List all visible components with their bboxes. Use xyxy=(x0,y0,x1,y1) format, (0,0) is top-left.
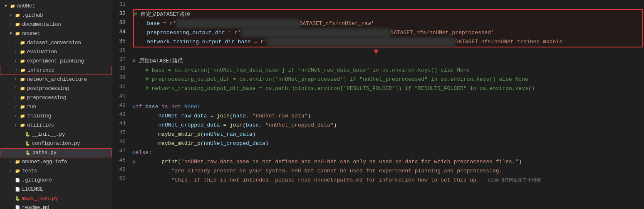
line-number: 33 xyxy=(112,18,126,27)
code-line-37: # 原始DATASET路径 xyxy=(132,57,644,66)
code-token: ) xyxy=(518,157,522,167)
code-token: ( xyxy=(243,121,246,130)
code-line-35: network_training_output_dir_base = r' DA… xyxy=(134,37,642,47)
sidebar-item-label: nnunet xyxy=(22,31,110,37)
git-file-icon: 📄 xyxy=(14,177,21,184)
folder-icon: 📁 xyxy=(19,49,26,55)
code-token: # preprocessing_output_dir = os.environ[… xyxy=(132,75,528,84)
code-line-50: "this. If this is not intended, please r… xyxy=(132,176,644,185)
line-number: 36 xyxy=(112,46,126,55)
sidebar-item-mask-json-py[interactable]: 🐍 mask_json.py xyxy=(0,194,112,203)
code-token: # network_training_output_dir_base = os.… xyxy=(132,84,535,93)
sidebar-item-inference[interactable]: › 📁 inference xyxy=(0,66,112,75)
sidebar-item-github[interactable]: › 📁 .github xyxy=(0,11,112,20)
code-token: : xyxy=(197,102,201,112)
code-content[interactable]: # 自定义DATASET路径 base = r' DATASET_nfs/nnU… xyxy=(129,0,644,209)
code-token: = xyxy=(220,121,230,130)
sidebar-item-paths-py[interactable]: 🐍 paths.py xyxy=(0,148,112,157)
line-numbers: 31 32 33 34 35 36 37 38 39 40 41 42 43 4… xyxy=(112,0,129,209)
sidebar-item-init-py[interactable]: 🐍 __init__.py xyxy=(0,130,112,139)
code-token: ) xyxy=(253,130,256,139)
sidebar-item-run[interactable]: › 📁 run xyxy=(0,102,112,112)
line-number: 32 xyxy=(112,9,126,18)
line-number: 40 xyxy=(112,82,126,92)
line-number: 50 xyxy=(112,174,126,183)
sidebar-item-preprocessing[interactable]: › 📁 preprocessing xyxy=(0,93,112,102)
code-token: else xyxy=(136,148,149,157)
code-token: ◇ xyxy=(132,148,136,157)
code-line-40: # network_training_output_dir_base = os.… xyxy=(132,84,644,93)
chevron-down-icon: ▼ xyxy=(3,4,8,8)
code-area: 31 32 33 34 35 36 37 38 39 40 41 42 43 4… xyxy=(112,0,644,209)
chevron-right-icon: › xyxy=(13,77,18,82)
sidebar-item-tests[interactable]: › 📁 tests xyxy=(0,167,112,176)
sidebar-item-documentation[interactable]: › 📁 documentation xyxy=(0,20,112,29)
code-token: ( xyxy=(178,157,181,167)
folder-icon: 📁 xyxy=(19,58,26,65)
md-file-icon: 📄 xyxy=(14,204,21,209)
sidebar-item-label: configuration.py xyxy=(32,141,110,147)
code-line-32: # 自定义DATASET路径 xyxy=(134,10,642,19)
sidebar-item-utilities[interactable]: › 📁 utilities xyxy=(0,121,112,130)
sidebar-item-postprocessing[interactable]: › 📁 postprocessing xyxy=(0,84,112,93)
sidebar-item-gitignore[interactable]: 📄 .gitignore xyxy=(0,176,112,185)
license-file-icon: 📄 xyxy=(14,186,21,193)
sidebar-item-network-architecture[interactable]: › 📁 network_architecture xyxy=(0,75,112,84)
code-line-33: base = r' DATASET_nfs/nnUNet_raw' xyxy=(134,19,642,28)
sidebar-item-label: readme.md xyxy=(22,205,110,209)
code-token: "nnUNet_raw_data" xyxy=(253,112,308,121)
code-token: = xyxy=(160,19,169,28)
code-token: "this. If this is not intended, please r… xyxy=(171,176,480,185)
code-line-31 xyxy=(132,0,644,9)
code-line-34: preprocessing_output_dir = r' DATASET_nf… xyxy=(134,28,642,37)
sidebar-item-license[interactable]: 📄 LICENSE xyxy=(0,185,112,194)
chevron-right-icon: › xyxy=(13,50,18,54)
code-token: if xyxy=(136,102,145,112)
folder-icon: 📁 xyxy=(20,67,26,74)
chevron-right-icon: › xyxy=(13,59,18,63)
sidebar-item-egg-info[interactable]: › 📁 nnunet.egg-info xyxy=(0,157,112,167)
code-token: base xyxy=(147,19,160,28)
code-token xyxy=(241,28,390,37)
sidebar-item-label: run xyxy=(27,104,110,110)
sidebar-item-label: evaluation xyxy=(27,49,110,55)
arrow-row: ▼ xyxy=(132,47,644,57)
code-token: ( xyxy=(201,130,204,139)
code-token: = xyxy=(251,37,260,47)
code-token: maybe_mkdir_p xyxy=(158,130,200,139)
sidebar-item-label: .github xyxy=(22,12,110,18)
sidebar-item-configuration-py[interactable]: 🐍 configuration.py xyxy=(0,139,112,148)
code-token: "nnUNet_cropped_data" xyxy=(265,121,334,130)
code-token: network_training_output_dir_base xyxy=(147,37,251,47)
sidebar-item-label: tests xyxy=(22,168,110,174)
chevron-right-icon: › xyxy=(13,87,18,91)
chevron-right-icon: › xyxy=(13,114,18,118)
sidebar-item-dataset-conversion[interactable]: › 📁 dataset_conversion xyxy=(0,38,112,47)
sidebar-item-training[interactable]: › 📁 training xyxy=(0,112,112,121)
folder-icon: 📁 xyxy=(19,104,26,110)
sidebar-item-label: LICENSE xyxy=(22,187,110,192)
code-token: nnUNet_raw_data xyxy=(204,130,253,139)
file-explorer: ▼ 📁 nnUNet › 📁 .github › 📁 documentation… xyxy=(0,0,112,209)
python-file-icon: 🐍 xyxy=(24,140,31,147)
code-token: : xyxy=(149,148,152,157)
code-token: # xyxy=(134,10,141,19)
python-file-icon: 🐍 xyxy=(25,149,31,156)
sidebar-item-nnunet[interactable]: ▼ 📁 nnunet xyxy=(0,29,112,38)
code-token: is not xyxy=(161,102,184,112)
line-number: 35 xyxy=(112,37,126,46)
sidebar-item-evaluation[interactable]: › 📁 evaluation xyxy=(0,47,112,57)
folder-icon: 📁 xyxy=(19,40,26,46)
sidebar-item-readme-md[interactable]: 📄 readme.md xyxy=(0,203,112,209)
sidebar-item-label: preprocessing xyxy=(27,95,110,101)
sidebar-item-experiment-planning[interactable]: › 📁 experiment_planning xyxy=(0,57,112,66)
code-token: "nnUNet_raw_data_base is not defined and… xyxy=(181,157,518,167)
root-folder[interactable]: ▼ 📁 nnUNet xyxy=(0,2,112,11)
folder-icon: 📁 xyxy=(14,159,21,165)
python-file-icon: 🐍 xyxy=(24,131,31,138)
code-token: DATASET_nfs/nnUNet_raw' xyxy=(300,19,374,28)
down-arrow-icon: ▼ xyxy=(374,47,379,57)
sidebar-item-label: __init__.py xyxy=(32,132,110,137)
code-token: r' xyxy=(235,28,241,37)
code-token xyxy=(176,19,299,28)
